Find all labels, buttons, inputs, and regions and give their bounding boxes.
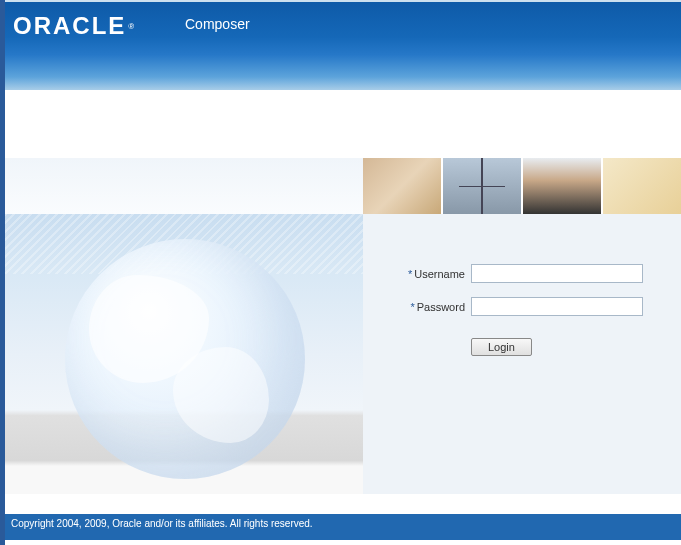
banner-left-spacer xyxy=(5,158,363,214)
banner-image-3 xyxy=(523,158,601,214)
brand-text: ORACLE xyxy=(13,12,126,40)
password-input[interactable] xyxy=(471,297,643,316)
login-button[interactable]: Login xyxy=(471,338,532,356)
username-label: *Username xyxy=(393,268,471,280)
registered-mark: ® xyxy=(128,22,134,31)
login-form: *Username *Password Login xyxy=(363,214,681,494)
oracle-logo: ORACLE ® xyxy=(13,12,134,40)
header-spacer xyxy=(5,90,681,158)
globe-graphic xyxy=(65,239,305,479)
banner-image-4 xyxy=(603,158,681,214)
required-mark: * xyxy=(410,301,414,313)
required-mark: * xyxy=(408,268,412,280)
password-label: *Password xyxy=(393,301,471,313)
login-spacer xyxy=(393,338,471,356)
banner-image-2 xyxy=(443,158,521,214)
globe-panel xyxy=(5,214,363,494)
main-area: *Username *Password Login xyxy=(5,214,681,494)
footer: Copyright 2004, 2009, Oracle and/or its … xyxy=(5,514,681,540)
banner-image-1 xyxy=(363,158,441,214)
login-row: Login xyxy=(393,338,661,356)
header: ORACLE ® Composer xyxy=(5,0,681,90)
banner-row xyxy=(5,158,681,214)
password-label-text: Password xyxy=(417,301,465,313)
username-row: *Username xyxy=(393,264,661,283)
password-row: *Password xyxy=(393,297,661,316)
banner-images xyxy=(363,158,681,214)
bottom-spacer xyxy=(5,494,681,514)
product-title: Composer xyxy=(185,16,250,32)
copyright-text: Copyright 2004, 2009, Oracle and/or its … xyxy=(11,518,313,529)
username-label-text: Username xyxy=(414,268,465,280)
username-input[interactable] xyxy=(471,264,643,283)
